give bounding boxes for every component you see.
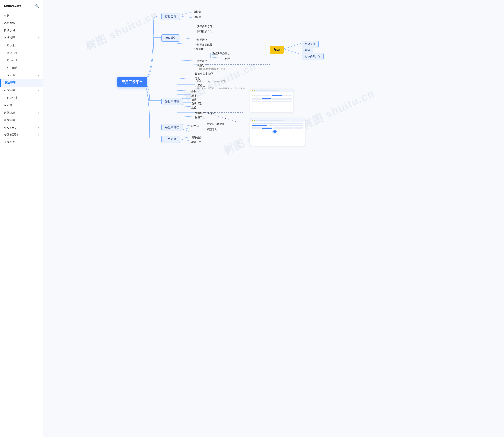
branch-sjzl[interactable]: 数据总览 <box>162 13 180 20</box>
leaf-sjjgl-tags: 标签管理 <box>195 115 205 120</box>
leaf-sjjgl-export-note: ｜按格式、比例、合并等方式导出 <box>195 79 227 84</box>
right-node-task-assign[interactable]: 标注任务分配 <box>302 53 324 60</box>
main-content: 树图 shuitu.cn 树图 shuitu.cn 树图 shuitu.cn 树… <box>43 0 504 437</box>
svg-line-16 <box>177 78 195 79</box>
thumb-header-1 <box>250 89 293 92</box>
leaf-mxcc-note: ｜导出模型到模型集进行管理 <box>197 67 225 71</box>
svg-line-35 <box>284 49 301 54</box>
sidebar-item-deploy[interactable]: 部署上线 ∨ <box>0 109 43 117</box>
leaf-mxcc-log: 日志 <box>225 52 230 56</box>
sidebar-item-dataset[interactable]: 数据集 <box>0 42 43 49</box>
sidebar: ModelArts 🔍 总览 Workflow 自动学习 数据管理 ∧ 数据集 … <box>0 0 43 437</box>
leaf-mxcc-curve: 曲线 <box>225 56 230 61</box>
leaf-mxcc-monitor: 模型训练监控 <box>212 51 227 56</box>
chevron-up-icon-2: ∧ <box>38 89 39 92</box>
sidebar-item-ai-app[interactable]: AI应用 <box>0 101 43 109</box>
leaf-rwzl-train: 训练任务 <box>191 135 202 140</box>
branch-mxcc[interactable]: 模型重训 <box>162 34 180 42</box>
svg-line-18 <box>177 90 191 91</box>
sidebar-item-automl[interactable]: 自动学习 <box>0 27 43 34</box>
screenshot-thumb-2 <box>250 118 305 146</box>
leaf-sjjgl-tasks: 数据集中任务总览 <box>195 111 215 116</box>
thumb-dot-3 <box>252 120 253 121</box>
app-logo: ModelArts 🔍 <box>0 4 43 12</box>
backend-node[interactable]: 后台 <box>270 46 284 54</box>
svg-line-33 <box>284 43 301 49</box>
chevron-down-icon-2: ∨ <box>38 111 39 114</box>
search-icon[interactable]: 🔍 <box>35 4 39 8</box>
sidebar-item-algo-management[interactable]: 算法管理 <box>0 79 43 87</box>
branch-sjjgl[interactable]: 数据集管理 <box>162 98 183 105</box>
thumb-title-2 <box>255 120 284 121</box>
sidebar-item-training-management[interactable]: 训练管理 ∧ <box>0 87 43 94</box>
leaf-mxcc-taskCreate: 任务创建 <box>193 47 204 52</box>
chevron-up-icon: ∧ <box>38 37 39 39</box>
leaf-mxcc-2: 代码模板导入 <box>197 29 212 34</box>
sidebar-item-data-processing[interactable]: 数据处理 <box>0 57 43 64</box>
app-name: ModelArts <box>4 4 21 8</box>
svg-line-5 <box>177 38 197 40</box>
sidebar-item-annotation-team[interactable]: 标注团队 <box>0 64 43 71</box>
thumb-body-2 <box>250 122 305 138</box>
watermark-1: 树图 shuitu.cn <box>84 8 160 53</box>
svg-line-24 <box>177 116 195 117</box>
sidebar-item-overview[interactable]: 总览 <box>0 12 43 20</box>
chevron-down-icon: ∨ <box>38 74 39 77</box>
svg-line-13 <box>177 65 197 65</box>
leaf-sjjgl-ver: 数据集版本管理 <box>195 71 213 76</box>
sidebar-item-data-management[interactable]: 数据管理 ∧ <box>0 34 43 42</box>
leaf-sjjgl-data: 数据 <box>191 89 197 94</box>
thumb-body-1 <box>250 92 293 103</box>
leaf-sjjgl-upload: 上传 <box>191 105 197 110</box>
leaf-mxjgl-ver: 模型集版本管理 <box>207 122 225 127</box>
thumb-dot-4 <box>254 120 255 121</box>
thumb-header-2 <box>250 119 305 122</box>
svg-line-11 <box>211 57 224 58</box>
leaf-sjjgl-manual-note: ｜混合标注、三级标签、检查三级标签、半自动标注 <box>195 86 245 90</box>
sidebar-item-image-management[interactable]: 镜像管理 <box>0 117 43 124</box>
chevron-down-icon-3: ∨ <box>38 133 39 136</box>
svg-line-22 <box>177 106 191 107</box>
thumb-title-1 <box>255 90 279 91</box>
thumb-dot-1 <box>252 90 253 91</box>
screenshot-thumb-1 <box>250 89 293 112</box>
branch-rwzl[interactable]: 任务总览 <box>162 136 180 143</box>
central-node[interactable]: 应用开发平台 <box>117 77 147 87</box>
right-node-permission[interactable]: 权限管理 <box>302 41 319 48</box>
thumb-dot-2 <box>254 90 255 91</box>
sidebar-item-ai-gallery[interactable]: AI Gallery ↗ <box>0 124 43 131</box>
leaf-mxjgl-1: 模型集 <box>191 124 199 129</box>
leaf-mxcc-3: 模型选择 <box>197 38 207 42</box>
leaf-sjzl-2: 模型集 <box>193 15 201 19</box>
external-link-icon: ↗ <box>38 126 39 129</box>
sidebar-item-data-annotation[interactable]: 数据标注 <box>0 49 43 57</box>
sidebar-item-training-job[interactable]: 训练作业 <box>0 94 43 101</box>
sidebar-item-global-config[interactable]: 全局配置 <box>0 139 43 146</box>
svg-line-6 <box>177 43 197 44</box>
leaf-rwzl-annotate: 标注任务 <box>191 139 202 144</box>
sidebar-item-resource-pool[interactable]: 专属资源池 ∨ <box>0 131 43 139</box>
sidebar-item-dev-env[interactable]: 开发环境 ∨ <box>0 71 43 79</box>
leaf-mxcc-eval: 模型评估 <box>197 59 207 63</box>
watermark-3: 树图 shuitu.cn <box>300 87 377 132</box>
svg-line-12 <box>177 60 197 61</box>
leaf-sjzl-1: 数据集 <box>193 10 201 14</box>
mindmap-canvas: 树图 shuitu.cn 树图 shuitu.cn 树图 shuitu.cn 树… <box>43 0 476 177</box>
branch-mxjgl[interactable]: 模型集管理 <box>162 124 183 131</box>
leaf-mxjgl-export: 模型导出 <box>207 127 217 132</box>
leaf-mxcc-4: 模型参数配置 <box>197 42 212 47</box>
leaf-mxcc-1: 训练任务总览 <box>197 24 212 29</box>
sidebar-item-workflow[interactable]: Workflow <box>0 20 43 27</box>
